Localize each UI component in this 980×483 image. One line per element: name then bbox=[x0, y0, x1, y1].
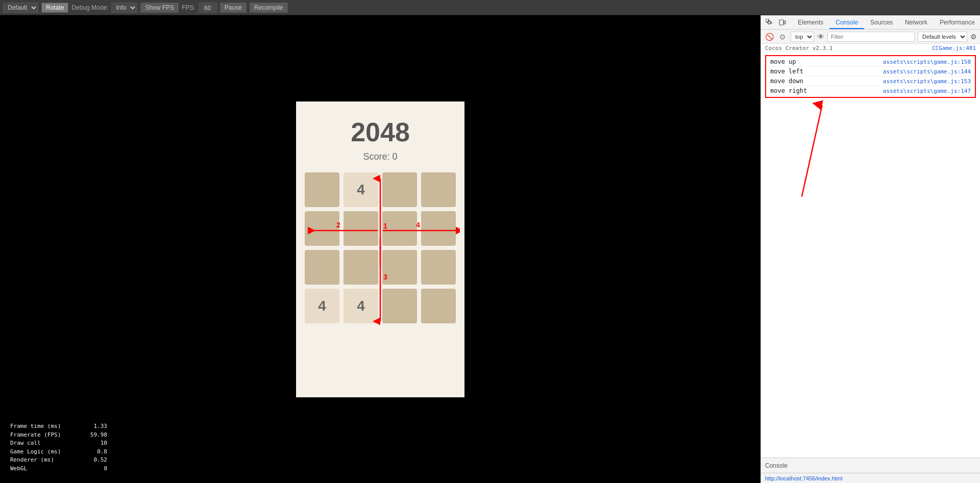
devtools-tabs: Elements Console Sources Network Perform… bbox=[790, 15, 980, 29]
stat-label-gamelogic: Game Logic (ms) bbox=[10, 448, 71, 456]
debug-mode-select[interactable]: Info bbox=[111, 3, 137, 13]
clear-console-icon[interactable]: 🚫 bbox=[764, 32, 774, 42]
move-up-text: move up bbox=[770, 58, 796, 65]
context-select[interactable]: top bbox=[791, 32, 814, 42]
tab-elements[interactable]: Elements bbox=[792, 17, 829, 29]
stat-row-drawcall: Draw call 10 bbox=[10, 439, 107, 448]
filter-input[interactable] bbox=[827, 32, 915, 42]
svg-line-18 bbox=[802, 105, 822, 197]
console-line-move-right: move right assets\scripts\game.js:147 bbox=[766, 86, 975, 96]
tile-0-1: 4 bbox=[344, 172, 378, 207]
tile-0-0 bbox=[305, 172, 339, 207]
stat-label-fps: Framerate (FPS) bbox=[10, 431, 71, 440]
stat-label-drawcall: Draw call bbox=[10, 439, 71, 448]
device-icon[interactable] bbox=[777, 17, 788, 28]
tab-network[interactable]: Network bbox=[899, 17, 934, 29]
stat-label-renderer: Renderer (ms) bbox=[10, 456, 71, 465]
tile-2-2 bbox=[382, 250, 417, 285]
tile-1-0 bbox=[305, 211, 339, 246]
inspect-icon[interactable] bbox=[764, 17, 774, 28]
devtools-left-icons bbox=[764, 17, 788, 28]
game-title: 2048 bbox=[351, 117, 410, 147]
svg-rect-16 bbox=[784, 21, 786, 24]
tile-2-3 bbox=[421, 250, 456, 285]
settings-icon[interactable]: ⚙ bbox=[970, 33, 977, 41]
stat-row-gamelogic: Game Logic (ms) 0.8 bbox=[10, 448, 107, 456]
console-line-move-down: move down assets\scripts\game.js:153 bbox=[766, 77, 975, 86]
tile-3-1: 4 bbox=[344, 289, 378, 323]
levels-select[interactable]: Default levels bbox=[918, 32, 967, 42]
tile-2-1 bbox=[344, 250, 378, 285]
console-bottom-bar: Console bbox=[761, 457, 980, 473]
game-panel: 2048 Score: 0 4 4 4 bbox=[0, 15, 761, 483]
default-select[interactable]: Default bbox=[3, 3, 38, 13]
devtools-topbar: Elements Console Sources Network Perform… bbox=[761, 15, 980, 30]
cocos-info-line: Cocos Creator v2.3.1 CCGame.js:401 bbox=[761, 44, 980, 53]
debug-mode-label: Debug Mode: bbox=[71, 4, 108, 11]
console-line-move-left: move left assets\scripts\game.js:144 bbox=[766, 67, 975, 77]
stat-value-renderer: 0.52 bbox=[87, 456, 107, 465]
tile-1-3 bbox=[421, 211, 456, 246]
move-left-link[interactable]: assets\scripts\game.js:144 bbox=[883, 68, 971, 75]
tab-performance[interactable]: Performance bbox=[934, 17, 980, 29]
svg-point-14 bbox=[768, 21, 771, 24]
svg-rect-15 bbox=[779, 20, 783, 25]
rotate-button[interactable]: Rotate bbox=[41, 3, 68, 13]
pause-button[interactable]: Pause bbox=[220, 3, 247, 13]
fps-stats: Frame time (ms) 1.33 Framerate (FPS) 59.… bbox=[10, 422, 107, 473]
eye-icon[interactable]: 👁 bbox=[817, 33, 824, 41]
preserve-log-icon[interactable]: ⊙ bbox=[777, 32, 788, 42]
tile-0-3 bbox=[421, 172, 456, 207]
console-toolbar: 🚫 ⊙ top 👁 Default levels ⚙ bbox=[761, 30, 980, 44]
red-box-highlight: move up assets\scripts\game.js:150 move … bbox=[765, 55, 976, 98]
game-grid: 4 4 4 bbox=[305, 172, 456, 323]
toolbar: Default Rotate Debug Mode: Info Show FPS… bbox=[0, 0, 980, 15]
red-arrow-area bbox=[761, 100, 980, 202]
stat-row-webgl: WebGL 0 bbox=[10, 465, 107, 473]
stat-value-frametime: 1.33 bbox=[87, 422, 107, 431]
red-arrow-svg bbox=[761, 100, 980, 202]
tile-0-2 bbox=[382, 172, 417, 207]
devtools-panel: Elements Console Sources Network Perform… bbox=[761, 15, 980, 483]
cocos-link[interactable]: CCGame.js:401 bbox=[932, 45, 976, 52]
show-fps-button[interactable]: Show FPS bbox=[140, 3, 179, 13]
stat-value-webgl: 0 bbox=[87, 465, 107, 473]
move-down-link[interactable]: assets\scripts\game.js:153 bbox=[883, 78, 971, 85]
console-output: Cocos Creator v2.3.1 CCGame.js:401 move … bbox=[761, 44, 980, 457]
fps-value: 60 bbox=[199, 3, 217, 13]
tab-console[interactable]: Console bbox=[829, 17, 864, 29]
stat-label-webgl: WebGL bbox=[10, 465, 71, 473]
console-line-move-up: move up assets\scripts\game.js:150 bbox=[766, 57, 975, 67]
stat-row-fps: Framerate (FPS) 59.98 bbox=[10, 431, 107, 440]
move-up-link[interactable]: assets\scripts\game.js:150 bbox=[883, 59, 971, 65]
move-right-text: move right bbox=[770, 87, 807, 94]
url-bar: http://localhost:7456/index.html bbox=[761, 473, 980, 483]
stat-row-frametime: Frame time (ms) 1.33 bbox=[10, 422, 107, 431]
fps-label: FPS: bbox=[182, 4, 195, 11]
move-right-link[interactable]: assets\scripts\game.js:147 bbox=[883, 88, 971, 94]
tile-3-2 bbox=[382, 289, 417, 323]
stat-value-drawcall: 10 bbox=[87, 439, 107, 448]
tile-3-3 bbox=[421, 289, 456, 323]
url-text: http://localhost:7456/index.html bbox=[765, 475, 843, 481]
cocos-version-text: Cocos Creator v2.3.1 bbox=[765, 45, 832, 52]
recompile-button[interactable]: Recompile bbox=[250, 3, 288, 13]
tab-sources[interactable]: Sources bbox=[864, 17, 899, 29]
stat-value-fps: 59.98 bbox=[87, 431, 107, 440]
tile-3-0: 4 bbox=[305, 289, 339, 323]
tile-2-0 bbox=[305, 250, 339, 285]
game-score: Score: 0 bbox=[363, 151, 397, 162]
main-area: 2048 Score: 0 4 4 4 bbox=[0, 15, 980, 483]
stat-row-renderer: Renderer (ms) 0.52 bbox=[10, 456, 107, 465]
tile-1-2 bbox=[382, 211, 417, 246]
move-down-text: move down bbox=[770, 78, 803, 85]
stat-label-frametime: Frame time (ms) bbox=[10, 422, 71, 431]
tile-1-1 bbox=[344, 211, 378, 246]
move-left-text: move left bbox=[770, 68, 803, 75]
game-canvas: 2048 Score: 0 4 4 4 bbox=[296, 101, 464, 397]
console-label: Console bbox=[765, 462, 788, 469]
stat-value-gamelogic: 0.8 bbox=[87, 448, 107, 456]
